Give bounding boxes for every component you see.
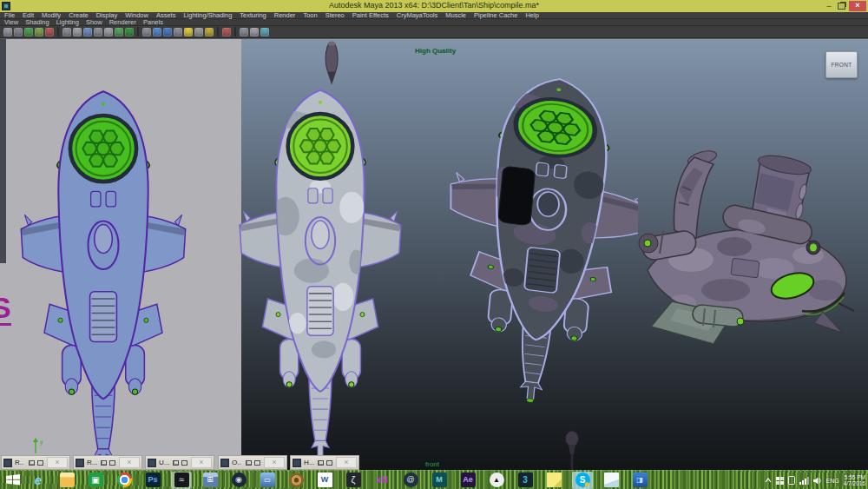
ie-icon[interactable]: e — [28, 472, 49, 489]
maya-taskbar-icon[interactable]: M — [429, 472, 450, 489]
close-window-button[interactable]: × — [191, 457, 212, 468]
menu-item[interactable]: Stereo — [326, 12, 345, 19]
safe-title-icon[interactable] — [115, 28, 123, 36]
window-titlebar[interactable]: Autodesk Maya 2013 x64: D:\3DClient\Tan\… — [0, 0, 868, 12]
xnormal-icon[interactable]: xN — [372, 472, 392, 489]
photos-app-icon[interactable]: ◨ — [629, 472, 650, 489]
menu-item[interactable]: Texturing — [240, 12, 266, 19]
image-plane-icon[interactable] — [24, 28, 33, 36]
green-app-icon[interactable]: ▣ — [85, 472, 106, 489]
menu-item[interactable]: Lighting/Shading — [183, 12, 232, 19]
calculator-icon[interactable]: ⊞ — [200, 472, 220, 489]
shadow-icon[interactable] — [205, 28, 214, 36]
menu-item[interactable]: Muscle — [445, 12, 466, 19]
close-window-button[interactable]: × — [47, 457, 68, 468]
gate-mask-icon[interactable] — [83, 28, 92, 36]
maximize-window-button[interactable] — [37, 460, 43, 466]
safe-action-icon[interactable] — [104, 28, 113, 36]
resolution-gate-icon[interactable] — [73, 28, 82, 36]
bookmark-icon[interactable] — [45, 28, 54, 36]
minimized-window-bar[interactable]: O.. × — [218, 455, 287, 470]
panel-menu-item[interactable]: Renderer — [109, 19, 136, 26]
textured-mode-icon[interactable] — [163, 28, 172, 36]
3dsmax-icon[interactable]: 3 — [515, 472, 536, 489]
panel-menu-item[interactable]: Lighting — [56, 19, 79, 26]
menu-item[interactable]: Render — [274, 12, 296, 19]
viewport-3d[interactable]: S High Quality FRONT front y z x — [0, 38, 868, 470]
language-indicator[interactable]: ENG — [826, 478, 839, 484]
model-ship-textured-light-top-view[interactable] — [227, 39, 413, 470]
restore-window-button[interactable] — [101, 460, 107, 466]
xray-joints-icon[interactable] — [250, 28, 259, 36]
fill-mode-icon[interactable] — [125, 28, 134, 36]
minimize-button[interactable]: – — [824, 2, 834, 10]
code-app-icon[interactable]: @ — [400, 472, 421, 489]
network-signal-icon[interactable] — [799, 477, 809, 485]
restore-window-button[interactable] — [29, 460, 35, 466]
maximize-window-button[interactable] — [326, 460, 332, 466]
start-button[interactable] — [0, 471, 26, 489]
menu-item[interactable]: Pipeline Cache — [474, 12, 517, 19]
close-button[interactable]: × — [849, 1, 866, 11]
menu-item[interactable]: CryMayaTools — [397, 12, 438, 19]
menu-item[interactable]: Help — [525, 12, 538, 19]
maximize-window-button[interactable] — [109, 460, 115, 466]
front-view-bookmark-button[interactable]: FRONT — [825, 51, 858, 78]
zbrush-icon[interactable]: ζ — [343, 472, 364, 489]
select-camera-icon[interactable] — [3, 28, 12, 36]
maximize-window-button[interactable] — [181, 460, 187, 466]
chrome-icon[interactable] — [114, 472, 135, 489]
volume-icon[interactable] — [813, 477, 822, 485]
menu-item[interactable]: Paint Effects — [352, 12, 389, 19]
panel-menu-item[interactable]: Panels — [143, 19, 163, 26]
menu-item[interactable]: Toon — [303, 12, 317, 19]
straw-hat-icon[interactable] — [286, 472, 306, 489]
journal-app-icon[interactable] — [601, 472, 621, 489]
action-flag-icon[interactable] — [776, 477, 784, 485]
close-window-button[interactable]: × — [264, 457, 285, 468]
close-window-button[interactable]: × — [336, 457, 357, 468]
grease-pencil-icon[interactable] — [35, 28, 43, 36]
after-effects-icon[interactable]: Ae — [457, 472, 478, 489]
isolate-select-icon[interactable] — [222, 28, 231, 36]
steam-icon[interactable]: ◉ — [228, 472, 249, 489]
no-lights-icon[interactable] — [194, 28, 203, 36]
restore-window-button[interactable] — [173, 460, 179, 466]
use-all-lights-icon[interactable] — [174, 28, 182, 36]
wordpad-icon[interactable]: W — [314, 472, 335, 489]
lock-camera-icon[interactable] — [14, 28, 23, 36]
panel-menu-item[interactable]: Show — [86, 19, 102, 26]
sticky-notes-icon[interactable] — [543, 472, 564, 489]
restore-button[interactable] — [838, 3, 845, 10]
file-explorer-icon[interactable] — [56, 472, 77, 489]
exposure-icon[interactable] — [260, 28, 269, 36]
model-ship-textured-dark-top-view[interactable] — [424, 74, 638, 414]
model-ship-perspective-view[interactable] — [621, 138, 862, 357]
skype-icon[interactable]: S — [572, 472, 593, 489]
film-gate-icon[interactable] — [62, 28, 71, 36]
xray-icon[interactable] — [240, 28, 248, 36]
wireframe-mode-icon[interactable] — [142, 28, 151, 36]
unity-icon[interactable]: ▲ — [486, 472, 507, 489]
sculpt-app-icon[interactable]: ≈ — [171, 472, 192, 489]
taskbar-clock[interactable]: 5:55 PM 4/7/2016 — [844, 474, 865, 487]
minimized-window-bar[interactable]: R... × — [73, 455, 142, 470]
hidden-icons-caret[interactable] — [765, 478, 772, 483]
model-ship-flat-top-view[interactable] — [14, 86, 193, 470]
minimized-window-bar[interactable]: U... × — [145, 455, 214, 470]
remote-app-icon[interactable]: ▭ — [257, 472, 278, 489]
close-window-button[interactable]: × — [119, 457, 140, 468]
panel-menu-item[interactable]: View — [4, 19, 18, 26]
ambient-light-icon[interactable] — [184, 28, 193, 36]
shaded-mode-icon[interactable] — [153, 28, 161, 36]
tablet-settings-icon[interactable] — [788, 476, 795, 485]
bomb-prop[interactable] — [561, 430, 583, 470]
minimized-window-bar[interactable]: H... × — [290, 455, 359, 470]
photoshop-icon[interactable]: Ps — [142, 472, 163, 489]
minimized-window-bar[interactable]: R.. × — [1, 455, 70, 470]
field-chart-icon[interactable] — [94, 28, 102, 36]
restore-window-button[interactable] — [318, 460, 324, 466]
restore-window-button[interactable] — [246, 460, 252, 466]
maximize-window-button[interactable] — [254, 460, 260, 466]
panel-menu-item[interactable]: Shading — [25, 19, 49, 26]
